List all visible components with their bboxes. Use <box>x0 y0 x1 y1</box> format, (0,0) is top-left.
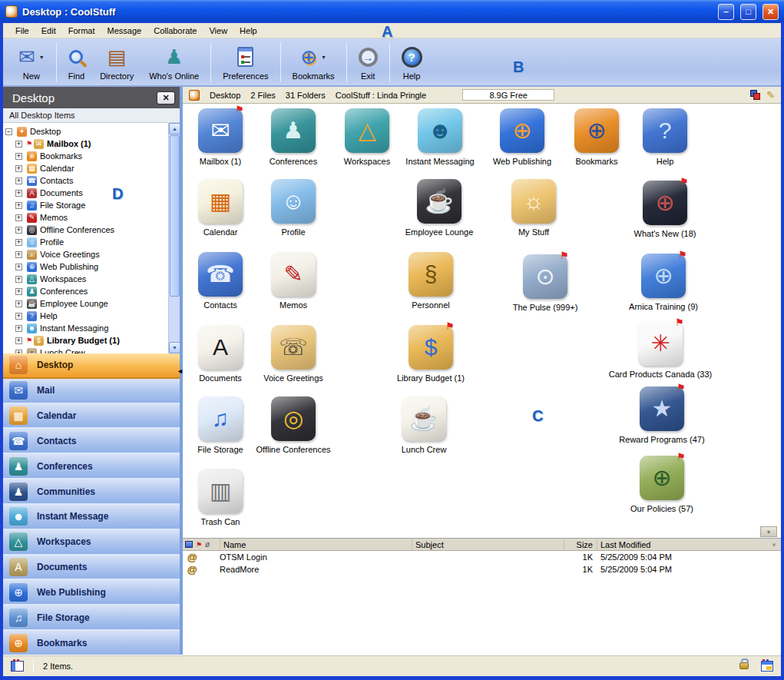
tree-item-help[interactable]: +?Help <box>3 310 180 322</box>
tree-expand-box[interactable]: + <box>15 300 22 307</box>
menu-message[interactable]: Message <box>101 26 148 35</box>
scroll-down-button[interactable]: ▼ <box>169 342 180 353</box>
tree-expand-box[interactable]: + <box>15 325 22 332</box>
sort-indicator-icon[interactable]: ▼ <box>771 542 777 549</box>
tree-item-library-budget[interactable]: +⚑$Library Budget (1) <box>3 334 180 347</box>
nav-mail[interactable]: ✉Mail <box>3 379 180 404</box>
toolbar-directory-button[interactable]: ▤ Directory <box>92 41 141 82</box>
tree-expand-box[interactable]: + <box>15 251 22 258</box>
tree-item-employee-lounge[interactable]: +☕Employee Lounge <box>3 297 180 310</box>
desktop-icon-profile[interactable]: ☺Profile <box>247 179 339 237</box>
desktop-icon-memos[interactable]: ✎Memos <box>247 252 339 310</box>
canvas-scroll-down-button[interactable]: ▼ <box>760 526 777 537</box>
minimize-button[interactable]: ‒ <box>718 4 734 20</box>
tree-expand-box[interactable]: + <box>15 288 22 295</box>
desktop-icon-whats-new[interactable]: ⊕⚑What's New (18) <box>619 181 711 238</box>
layers-icon[interactable] <box>750 90 760 100</box>
title-bar[interactable]: Desktop : CoolStuff ‒ □ ✕ <box>0 0 784 23</box>
header-subject[interactable]: Subject <box>412 539 564 550</box>
desktop-icon-personnel[interactable]: §Personnel <box>385 252 477 310</box>
tree-expand-box[interactable]: + <box>15 141 22 148</box>
desktop-icon-our-policies[interactable]: ⊕⚑Our Policies (57) <box>616 456 708 513</box>
sidebar-close-button[interactable]: ✕ <box>157 91 175 104</box>
tree-expand-box[interactable]: + <box>15 239 22 246</box>
tree-item-instant-messaging[interactable]: +☻Instant Messaging <box>3 322 180 334</box>
menu-help[interactable]: Help <box>233 26 263 35</box>
menu-file[interactable]: File <box>9 26 35 35</box>
tree-item-voice-greetings[interactable]: +☏Voice Greetings <box>3 248 180 260</box>
nav-conferences[interactable]: ♟Conferences <box>3 454 180 479</box>
chevron-down-icon[interactable]: ▼ <box>321 55 326 60</box>
tree-expand-box[interactable]: + <box>15 337 22 344</box>
desktop-icon-card-products-canada[interactable]: ✳⚑Card Products Canada (33) <box>614 321 706 379</box>
tree-item-lunch-crew[interactable]: +☕Lunch Crew <box>3 347 180 353</box>
desktop-icon-trash-can[interactable]: ▥Trash Can <box>183 469 266 526</box>
toggle-sidebar-icon[interactable] <box>11 661 24 672</box>
sidebar-filter-bar[interactable]: All Desktop Items <box>3 108 180 123</box>
nav-desktop[interactable]: ⌂Desktop <box>3 353 180 379</box>
desktop-icon-the-pulse[interactable]: ⊙⚑The Pulse (999+) <box>499 254 591 312</box>
tree-scrollbar[interactable]: ▲ ▼ <box>168 123 180 353</box>
tree-item-web-publishing[interactable]: +⊕Web Publishing <box>3 260 180 273</box>
maximize-button[interactable]: □ <box>740 4 756 20</box>
tree-item-desktop-root[interactable]: −✦Desktop <box>3 125 180 138</box>
header-icon-column[interactable]: ⚑ ø <box>183 539 220 550</box>
pencil-edit-icon[interactable]: ✎ <box>766 89 775 101</box>
toolbar-preferences-button[interactable]: Preferences <box>215 41 276 82</box>
tree-expand-box[interactable]: + <box>15 264 22 270</box>
tree-expand-box[interactable]: + <box>15 202 22 209</box>
toolbar-new-button[interactable]: ✉▼ New <box>11 41 52 82</box>
nav-communities[interactable]: ♟Communities <box>3 479 180 505</box>
desktop-icon-offline-conferences[interactable]: ◎Offline Conferences <box>247 396 339 454</box>
tree-item-mailbox[interactable]: +⚑✉Mailbox (1) <box>3 138 180 150</box>
desktop-icon-my-stuff[interactable]: ☼My Stuff <box>488 179 580 237</box>
window-view-icon[interactable] <box>761 661 773 672</box>
tree-expand-box[interactable]: + <box>15 177 22 184</box>
menu-edit[interactable]: Edit <box>35 26 62 35</box>
tree-expand-box[interactable]: + <box>15 227 22 234</box>
header-size[interactable]: Size <box>564 539 597 550</box>
toolbar-bookmarks-button[interactable]: ⊕▼ Bookmarks <box>285 41 342 82</box>
tree-item-profile[interactable]: +☺Profile <box>3 236 180 248</box>
toolbar-whos-online-button[interactable]: ♟ Who's Online <box>141 41 207 82</box>
tree-expand-box[interactable]: + <box>15 153 22 160</box>
header-last-modified[interactable]: Last Modified <box>597 539 781 550</box>
tree-expand-box[interactable]: + <box>15 276 22 283</box>
tree-item-conferences[interactable]: +♟Conferences <box>3 285 180 297</box>
file-row-otsm-login[interactable]: @ OTSM Login 1K 5/25/2009 5:04 PM <box>183 551 781 563</box>
tree-item-memos[interactable]: +✎Memos <box>3 211 180 224</box>
tree-item-bookmarks[interactable]: +⊕Bookmarks <box>3 150 180 162</box>
tree-item-workspaces[interactable]: +△Workspaces <box>3 273 180 285</box>
tree-collapse-box[interactable]: − <box>5 128 12 135</box>
toolbar-exit-button[interactable]: → Exit <box>351 41 385 82</box>
chevron-down-icon[interactable]: ▼ <box>39 55 45 60</box>
tree-expand-box[interactable]: + <box>15 190 22 197</box>
header-name[interactable]: Name <box>220 539 412 550</box>
file-list-header[interactable]: ⚑ ø Name Subject Size Last Modified ▼ <box>183 539 781 551</box>
desktop-icon-reward-programs[interactable]: ★⚑Reward Programs (47) <box>616 386 708 444</box>
nav-bookmarks[interactable]: ⊕Bookmarks <box>3 631 180 655</box>
toolbar-help-button[interactable]: ? Help <box>394 41 430 82</box>
nav-documents[interactable]: ADocuments <box>3 556 180 581</box>
nav-instant-message[interactable]: ☻Instant Message <box>3 505 180 530</box>
tree-expand-box[interactable]: + <box>15 313 22 320</box>
tree-expand-box[interactable]: + <box>15 165 22 172</box>
tree-item-documents[interactable]: +ADocuments <box>3 187 180 199</box>
close-button[interactable]: ✕ <box>762 4 779 20</box>
menu-collaborate[interactable]: Collaborate <box>147 26 203 35</box>
scroll-up-button[interactable]: ▲ <box>169 123 180 134</box>
tree-item-contacts[interactable]: +☎Contacts <box>3 174 180 187</box>
tree-item-offline-conferences[interactable]: +◎Offline Conferences <box>3 224 180 236</box>
file-row-readmore[interactable]: @ ReadMore 1K 5/25/2009 5:04 PM <box>183 563 781 576</box>
tree-expand-box[interactable]: + <box>15 350 22 354</box>
tree-item-calendar[interactable]: +▦Calendar <box>3 162 180 174</box>
desktop-icon-voice-greetings[interactable]: ☏Voice Greetings <box>247 325 339 383</box>
nav-file-storage[interactable]: ♫File Storage <box>3 605 180 631</box>
desktop-icon-lunch-crew[interactable]: ☕Lunch Crew <box>378 396 470 454</box>
nav-contacts[interactable]: ☎Contacts <box>3 429 180 454</box>
desktop-icon-arnica-training[interactable]: ⊕⚑Arnica Training (9) <box>617 254 710 311</box>
tree-expand-box[interactable]: + <box>15 214 22 221</box>
desktop-icon-help[interactable]: ?Help <box>619 108 711 166</box>
tree-item-file-storage[interactable]: +♫File Storage <box>3 199 180 211</box>
desktop-icon-library-budget[interactable]: $⚑Library Budget (1) <box>385 325 477 383</box>
